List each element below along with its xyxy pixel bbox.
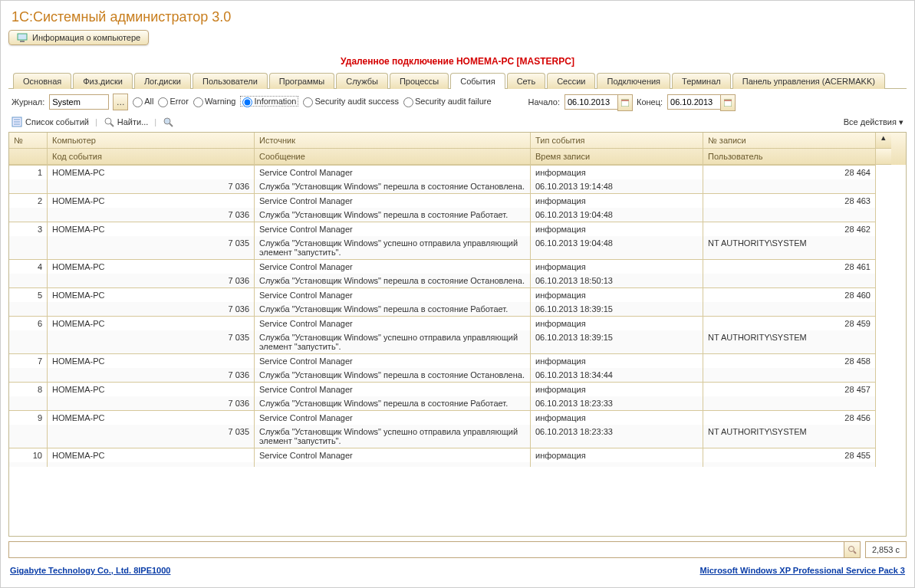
tab-процессы[interactable]: Процессы [390,73,449,89]
cell-number: 1 [9,165,48,179]
tab-программы[interactable]: Программы [269,73,334,89]
tab-физ.диски[interactable]: Физ.диски [73,73,133,89]
event-list-button[interactable]: Список событий [12,117,89,127]
cell-time [531,462,703,467]
table-row[interactable]: 3HOMEMA-PCService Control Managerинформа… [9,222,906,236]
table-row[interactable]: 7HOMEMA-PCService Control Managerинформа… [9,353,906,368]
radio-all[interactable]: All [133,97,153,106]
table-row[interactable]: 9HOMEMA-PCService Control Managerинформа… [9,410,906,425]
cell-source: Service Control Manager [255,222,531,236]
cell-computer: HOMEMA-PC [48,448,255,462]
cell-computer: HOMEMA-PC [48,382,255,396]
all-actions-dropdown[interactable]: Все действия ▾ [844,117,903,127]
footer-left-link[interactable]: Gigabyte Technology Co., Ltd. 8IPE1000 [10,566,170,575]
cell-user [703,302,876,316]
cell-event-type: информация [531,382,703,396]
tab-сеть[interactable]: Сеть [507,73,545,89]
table-row[interactable]: 5HOMEMA-PCService Control Managerинформа… [9,287,906,302]
tab-лог.диски[interactable]: Лог.диски [134,73,191,89]
table-row[interactable]: 2HOMEMA-PCService Control Managerинформа… [9,193,906,208]
table-row-detail[interactable]: 7 035Служба "Установщик Windows" успешно… [9,425,906,448]
table-row-detail[interactable]: 7 036Служба "Установщик Windows" перешла… [9,302,906,316]
calendar-icon[interactable] [720,94,736,111]
col-number[interactable]: № [9,133,48,149]
tab-основная[interactable]: Основная [13,73,71,89]
radio-security-audit-success[interactable]: Security audit success [303,97,398,106]
table-row-detail[interactable] [9,462,906,467]
col-user[interactable]: Пользователь [703,149,876,165]
computer-info-button[interactable]: Информация о компьютере [8,30,149,45]
tab-службы[interactable]: Службы [336,73,388,89]
cell-event-type: информация [531,287,703,302]
cell-record-id: 28 463 [703,193,876,208]
find-button[interactable]: Найти... [104,117,149,127]
cell-number: 5 [9,287,48,302]
bottom-search-button[interactable] [844,542,860,557]
svg-point-14 [848,547,854,552]
col-record-id[interactable]: № записи [703,133,876,149]
col-event-type[interactable]: Тип события [531,133,703,149]
cell-computer: HOMEMA-PC [48,353,255,368]
radio-error[interactable]: Error [158,97,188,106]
radio-information[interactable]: Information [240,96,298,107]
cell-source: Service Control Manager [255,287,531,302]
cell-time: 06.10.2013 19:04:48 [531,236,703,259]
event-list-label: Список событий [25,117,89,126]
cell-code: 7 035 [48,330,255,353]
tab-панель управления (acermakk)[interactable]: Панель управления (ACERMAKK) [732,73,885,89]
bottom-search-field[interactable] [8,541,861,558]
svg-line-13 [170,123,173,126]
footer-right-link[interactable]: Microsoft Windows XP Professional Servic… [700,566,905,575]
tab-события[interactable]: События [450,73,505,89]
table-row[interactable]: 6HOMEMA-PCService Control Managerинформа… [9,316,906,330]
col-computer[interactable]: Компьютер [48,133,255,149]
table-row-detail[interactable]: 7 036Служба "Установщик Windows" перешла… [9,274,906,287]
table-row-detail[interactable]: 7 035Служба "Установщик Windows" успешно… [9,330,906,353]
col-source[interactable]: Источник [255,133,531,149]
table-row[interactable]: 10HOMEMA-PCService Control Managerинформ… [9,448,906,462]
tab-терминал[interactable]: Терминал [672,73,731,89]
search-icon [104,117,114,127]
zoom-button[interactable] [163,117,173,127]
svg-line-15 [854,551,856,554]
tab-подключения[interactable]: Подключения [597,73,670,89]
cell-code: 7 035 [48,425,255,448]
table-row[interactable]: 8HOMEMA-PCService Control Managerинформа… [9,382,906,396]
cell-user [703,274,876,287]
cell-record-id: 28 462 [703,222,876,236]
col-event-code[interactable]: Код события [48,149,255,165]
table-row-detail[interactable]: 7 035Служба "Установщик Windows" успешно… [9,236,906,259]
cell-code: 7 036 [48,274,255,287]
journal-input[interactable] [49,94,109,110]
cell-computer: HOMEMA-PC [48,165,255,179]
calendar-icon[interactable] [617,94,633,111]
cell-number: 9 [9,410,48,425]
cell-number: 7 [9,353,48,368]
radio-security-audit-failure[interactable]: Security audit failure [403,97,492,106]
grid-body[interactable]: 1HOMEMA-PCService Control Managerинформа… [9,165,906,536]
radio-warning[interactable]: Warning [193,97,236,106]
tab-пользователи[interactable]: Пользователи [193,73,268,89]
cell-user: NT AUTHORITY\SYSTEM [703,425,876,448]
table-row-detail[interactable]: 7 036Служба "Установщик Windows" перешла… [9,396,906,410]
table-row[interactable]: 4HOMEMA-PCService Control Managerинформа… [9,259,906,274]
list-icon [12,117,22,127]
cell-time: 06.10.2013 18:39:15 [531,302,703,316]
table-row-detail[interactable]: 7 036Служба "Установщик Windows" перешла… [9,208,906,222]
bottom-search-input[interactable] [9,543,844,557]
tab-сессии[interactable]: Сессии [547,73,595,89]
scroll-up-icon[interactable]: ▴ [876,133,891,149]
table-row-detail[interactable]: 7 036Служба "Установщик Windows" перешла… [9,368,906,382]
journal-select-button[interactable]: … [113,94,128,110]
table-row-detail[interactable]: 7 036Служба "Установщик Windows" перешла… [9,179,906,193]
cell-event-type: информация [531,193,703,208]
table-row[interactable]: 1HOMEMA-PCService Control Managerинформа… [9,165,906,179]
svg-rect-0 [18,34,27,40]
col-message[interactable]: Сообщение [255,149,531,165]
cell-user: NT AUTHORITY\SYSTEM [703,236,876,259]
svg-point-10 [105,118,111,124]
cell-code: 7 036 [48,302,255,316]
cell-time: 06.10.2013 18:23:33 [531,396,703,410]
col-time[interactable]: Время записи [531,149,703,165]
svg-line-11 [110,123,114,126]
